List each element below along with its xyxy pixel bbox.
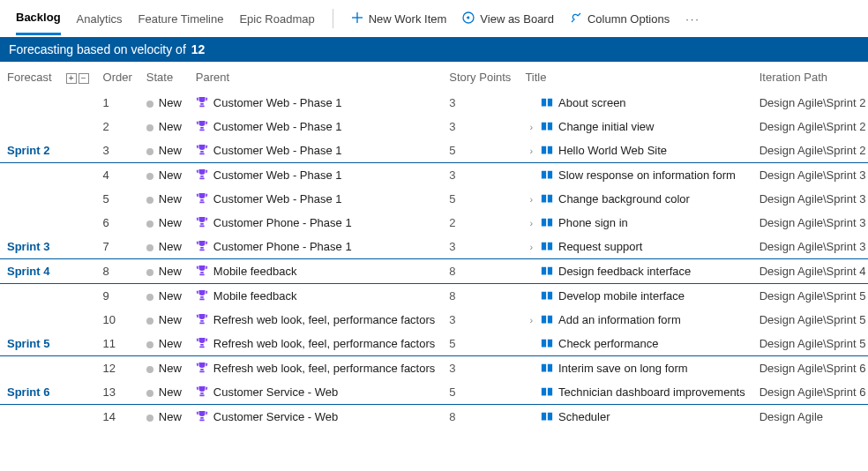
board-icon (462, 11, 475, 26)
story-points-cell: 3 (442, 235, 518, 259)
parent-cell[interactable]: Refresh web look, feel, performance fact… (189, 332, 442, 356)
table-row[interactable]: Sprint 4 8 New Mobile feedback 8 Design … (0, 259, 868, 284)
col-order[interactable]: Order (96, 62, 139, 91)
title-cell[interactable]: Design feedback interface (518, 259, 752, 284)
title-cell[interactable]: Check performance (518, 332, 752, 356)
expand-row-icon[interactable]: › (525, 146, 537, 156)
state-cell: New (139, 284, 189, 309)
feature-icon (196, 313, 208, 325)
table-row[interactable]: Sprint 6 13 New Customer Service - Web 5… (0, 380, 868, 405)
feature-icon (196, 96, 208, 108)
story-icon (541, 121, 553, 131)
title-cell[interactable]: › Request support (518, 235, 752, 259)
story-points-cell: 5 (442, 332, 518, 356)
spacer-cell (59, 284, 96, 309)
expand-all-icon[interactable]: + (66, 73, 77, 84)
expand-row-icon[interactable]: › (525, 315, 537, 325)
order-cell: 5 (96, 187, 139, 211)
story-points-cell: 8 (442, 259, 518, 284)
title-cell[interactable]: › Change initial view (518, 115, 752, 138)
feature-icon (196, 337, 208, 349)
iteration-cell: Design Agile\Sprint 4 (752, 259, 868, 284)
tab-feature-timeline[interactable]: Feature Timeline (138, 12, 224, 34)
title-cell[interactable]: Technician dashboard improvements (518, 380, 752, 405)
col-state[interactable]: State (139, 62, 189, 91)
parent-cell[interactable]: Mobile feedback (189, 284, 442, 309)
title-cell[interactable]: Develop mobile interface (518, 284, 752, 309)
expand-row-icon[interactable]: › (525, 122, 537, 132)
story-points-cell: 3 (442, 163, 518, 188)
column-options-button[interactable]: Column Options (570, 11, 670, 35)
table-row[interactable]: 4 New Customer Web - Phase 1 3 Slow resp… (0, 163, 868, 188)
tab-analytics[interactable]: Analytics (77, 12, 123, 34)
state-dot-icon (146, 101, 153, 108)
parent-cell[interactable]: Customer Service - Web (189, 405, 442, 430)
state-cell: New (139, 356, 189, 381)
title-cell[interactable]: › Add an information form (518, 308, 752, 332)
parent-cell[interactable]: Customer Web - Phase 1 (189, 187, 442, 211)
story-icon (541, 411, 553, 422)
expand-row-icon[interactable]: › (525, 194, 537, 205)
table-row[interactable]: 14 New Customer Service - Web 8 Schedule… (0, 405, 868, 430)
col-parent[interactable]: Parent (189, 62, 442, 91)
iteration-cell: Design Agile\Sprint 3 (752, 211, 868, 235)
parent-cell[interactable]: Mobile feedback (189, 259, 442, 284)
state-dot-icon (146, 148, 153, 155)
feature-icon (196, 410, 208, 422)
state-cell: New (139, 235, 189, 259)
collapse-all-icon[interactable]: − (79, 73, 89, 84)
parent-cell[interactable]: Refresh web look, feel, performance fact… (189, 308, 442, 332)
table-row[interactable]: 10 New Refresh web look, feel, performan… (0, 308, 868, 332)
title-cell[interactable]: › Change background color (518, 187, 752, 211)
feature-icon (196, 265, 208, 277)
story-points-cell: 3 (442, 91, 518, 115)
table-row[interactable]: 2 New Customer Web - Phase 1 3 › Change … (0, 115, 868, 138)
spacer-cell (59, 356, 96, 381)
expand-row-icon[interactable]: › (525, 242, 537, 252)
parent-cell[interactable]: Customer Web - Phase 1 (189, 138, 442, 163)
parent-cell[interactable]: Customer Web - Phase 1 (189, 115, 442, 138)
iteration-cell: Design Agile\Sprint 2 (752, 91, 868, 115)
table-row[interactable]: Sprint 5 11 New Refresh web look, feel, … (0, 332, 868, 356)
title-cell[interactable]: › Hello World Web Site (518, 138, 752, 163)
table-row[interactable]: 9 New Mobile feedback 8 Develop mobile i… (0, 284, 868, 309)
title-cell[interactable]: About screen (518, 91, 752, 115)
col-story-points[interactable]: Story Points (442, 62, 518, 91)
col-expand-collapse[interactable]: + − (59, 62, 96, 91)
expand-row-icon[interactable]: › (525, 218, 537, 228)
story-points-cell: 2 (442, 211, 518, 235)
table-row[interactable]: 1 New Customer Web - Phase 1 3 About scr… (0, 91, 868, 115)
title-cell[interactable]: Slow response on information form (518, 163, 752, 188)
state-cell: New (139, 259, 189, 284)
parent-cell[interactable]: Refresh web look, feel, performance fact… (189, 356, 442, 381)
story-icon (541, 169, 553, 180)
table-row[interactable]: 6 New Customer Phone - Phase 1 2 › Phone… (0, 211, 868, 235)
title-cell[interactable]: › Phone sign in (518, 211, 752, 235)
spacer-cell (59, 91, 96, 115)
more-actions-button[interactable]: ··· (685, 12, 700, 34)
table-row[interactable]: Sprint 3 7 New Customer Phone - Phase 1 … (0, 235, 868, 259)
story-icon (541, 241, 553, 251)
forecast-info-text: Forecasting based on velocity of (9, 42, 186, 56)
tab-epic-roadmap[interactable]: Epic Roadmap (239, 12, 314, 34)
story-icon (541, 145, 553, 155)
new-work-item-button[interactable]: New Work Item (351, 11, 447, 35)
parent-cell[interactable]: Customer Phone - Phase 1 (189, 235, 442, 259)
parent-cell[interactable]: Customer Web - Phase 1 (189, 91, 442, 115)
parent-cell[interactable]: Customer Service - Web (189, 380, 442, 405)
parent-cell[interactable]: Customer Web - Phase 1 (189, 163, 442, 188)
view-as-board-button[interactable]: View as Board (462, 11, 554, 35)
iteration-cell: Design Agile (752, 405, 868, 430)
col-iteration[interactable]: Iteration Path (752, 62, 868, 91)
table-row[interactable]: Sprint 2 3 New Customer Web - Phase 1 5 … (0, 138, 868, 163)
parent-cell[interactable]: Customer Phone - Phase 1 (189, 211, 442, 235)
table-row[interactable]: 5 New Customer Web - Phase 1 5 › Change … (0, 187, 868, 211)
table-row[interactable]: 12 New Refresh web look, feel, performan… (0, 356, 868, 381)
new-work-item-label: New Work Item (369, 12, 447, 26)
col-title[interactable]: Title (518, 62, 752, 91)
tab-backlog[interactable]: Backlog (16, 11, 61, 35)
state-cell: New (139, 138, 189, 163)
col-forecast[interactable]: Forecast (0, 62, 59, 91)
title-cell[interactable]: Scheduler (518, 405, 752, 430)
title-cell[interactable]: Interim save on long form (518, 356, 752, 381)
